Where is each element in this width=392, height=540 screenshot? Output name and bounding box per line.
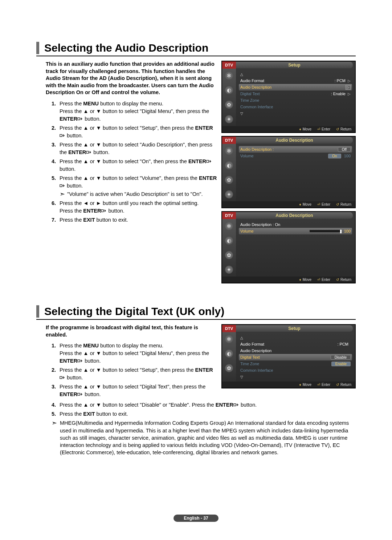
osd-digital-text: DTV Setup ✻ ◐ ✿ △ Audio Format: PCM Audi…	[221, 324, 356, 388]
svg-rect-4	[60, 185, 62, 187]
osd-title: Setup	[236, 62, 353, 68]
osd-footer: ♦Move ⏎Enter ↺Return	[222, 126, 355, 132]
dtv-badge: DTV	[222, 325, 236, 332]
note-icon: ➣	[60, 191, 65, 197]
section-intro: This is an auxiliary audio function that…	[46, 61, 217, 96]
globe-icon: ✻	[225, 222, 233, 230]
mheg-note: MHEG(Multimedia and Hypermedia Informati…	[60, 419, 356, 456]
volume-slider[interactable]	[309, 230, 342, 233]
menu-item-audio-desc-toggle[interactable]: Audio Description :Off	[239, 146, 352, 153]
gear-icon: ✿	[225, 364, 233, 372]
svg-rect-8	[78, 393, 80, 395]
dtv-badge: DTV	[222, 137, 236, 144]
osd-setup-menu: DTV Setup ✻ ◐ ✿ ✦ △ Audio Format: PCM▷	[221, 61, 356, 133]
svg-rect-9	[234, 404, 236, 406]
section-intro: If the programme is broadcast with digit…	[46, 324, 217, 338]
osd-title: Audio Description	[236, 137, 353, 144]
steps-list: 1. Press the MENU button to display the …	[46, 100, 217, 224]
page-number-badge: English - 37	[173, 515, 218, 522]
palette-icon: ◐	[225, 86, 233, 94]
svg-rect-6	[78, 360, 80, 362]
option-enable[interactable]: Enable	[331, 362, 351, 366]
gear-icon: ✿	[225, 176, 233, 184]
gear-icon: ✿	[225, 101, 233, 109]
svg-rect-1	[60, 134, 62, 137]
globe-icon: ✻	[225, 335, 233, 343]
palette-icon: ◐	[225, 350, 233, 358]
steps-list: 1. Press the MENU button to display the …	[46, 342, 217, 398]
note-icon: ➣	[52, 420, 57, 456]
section-title: Selecting the Audio Description	[44, 42, 208, 54]
title-accent-bar	[36, 42, 39, 54]
osd-title: Audio Description	[236, 212, 353, 219]
page-footer: English - 37	[0, 515, 392, 522]
svg-rect-7	[60, 376, 62, 379]
dtv-badge: DTV	[222, 212, 236, 219]
gear-icon: ✿	[225, 251, 233, 259]
globe-icon: ✻	[225, 147, 233, 155]
osd-audio-desc-volume: DTV Audio Description ✻ ◐ ✿ ✦ Audio Desc…	[221, 211, 356, 283]
section-title-bar: Selecting the Audio Description	[36, 42, 356, 56]
osd-title: Setup	[236, 325, 353, 332]
dtv-badge: DTV	[222, 61, 236, 69]
title-accent-bar	[36, 305, 39, 318]
globe-icon: ✻	[225, 72, 233, 80]
osd-side-icons: ✻ ◐ ✿ ✦	[222, 69, 236, 126]
tools-icon: ✦	[225, 115, 233, 123]
tools-icon: ✦	[225, 190, 233, 198]
palette-icon: ◐	[225, 237, 233, 245]
svg-rect-2	[86, 151, 89, 153]
palette-icon: ◐	[225, 161, 233, 169]
menu-item-digital-text[interactable]: Digital TextDisable	[239, 354, 352, 360]
tools-icon: ✦	[225, 266, 233, 274]
section-digital-text: Selecting the Digital Text (UK only) If …	[36, 305, 356, 456]
menu-item-volume[interactable]: Volume 100	[239, 228, 352, 234]
section-title: Selecting the Digital Text (UK only)	[44, 305, 224, 318]
svg-rect-0	[78, 118, 80, 120]
option-disable[interactable]: Disable	[331, 355, 351, 360]
section-audio-description: Selecting the Audio Description This is …	[36, 42, 356, 283]
menu-item-audio-description[interactable]: Audio Description▷	[239, 84, 352, 90]
osd-audio-desc-select: DTV Audio Description ✻ ◐ ✿ ✦ Audio Desc…	[221, 136, 356, 208]
svg-rect-3	[207, 160, 209, 162]
svg-rect-5	[101, 210, 103, 212]
option-on[interactable]: On	[328, 154, 341, 158]
